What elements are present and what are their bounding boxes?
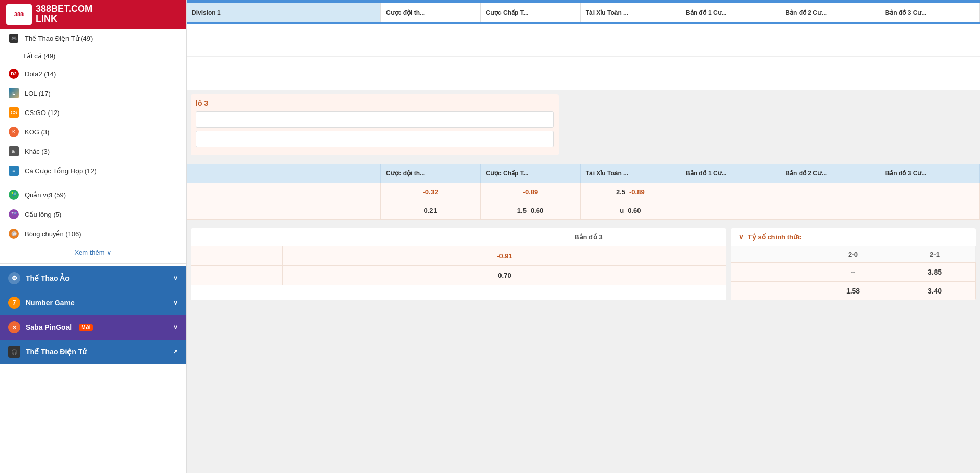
bottom-left-panel: Bản đồ 3 -0.91 0.70 — [191, 228, 726, 300]
game-item-khac[interactable]: ⊞ Khác (3) — [0, 142, 186, 161]
virtual-label: Thế Thao Ảo — [26, 274, 70, 282]
odds-popup-title: lô 3 — [196, 99, 554, 107]
score-grid: 2-0 2-1 -- 3.85 1.58 3.40 — [731, 246, 976, 300]
col-header-bd1: Bản đồ 1 Cư... — [680, 3, 780, 22]
btn-left-virtual: ⚙ Thế Thao Ảo — [8, 272, 70, 284]
chevron-number: ∨ — [173, 299, 178, 306]
saba-icon: ⊙ — [8, 321, 20, 333]
s2-col-1: Cược đội th... — [381, 164, 481, 183]
cuocdoi-val-2: 0.21 — [424, 207, 437, 214]
odds-cuocdoi-2[interactable]: 0.21 — [381, 201, 481, 219]
cuocdoi-val-1: -0.32 — [423, 188, 438, 196]
score-panel: ∨ Tỷ số chính thức 2-0 2-1 -- 3.85 1.58 — [731, 228, 976, 300]
cacuoc-icon: ≡ — [8, 165, 19, 176]
tai-val-2: u — [620, 207, 624, 214]
score-panel-header: ∨ Tỷ số chính thức — [731, 228, 976, 246]
empty-row-1 — [187, 24, 980, 57]
btn-left-saba: ⊙ Saba PinGoal Mới — [8, 321, 93, 333]
saba-pingoal-button[interactable]: ⊙ Saba PinGoal Mới ∨ — [0, 315, 186, 340]
lol-label: LOL (17) — [25, 89, 51, 97]
s2-label-4: Bản đồ 1 Cư... — [686, 170, 727, 177]
col-header-taixiu: Tài Xỉu Toàn ... — [581, 3, 680, 22]
spacer-mid — [187, 160, 980, 164]
tai-val-1: 2.5 — [616, 188, 625, 196]
number-game-button[interactable]: 7 Number Game ∨ — [0, 290, 186, 315]
odds-input-2[interactable] — [196, 131, 554, 147]
logo-line2: LINK — [36, 14, 93, 25]
odds-bd2-2 — [780, 201, 880, 219]
odds-bd3-2 — [880, 201, 980, 219]
odds-taixiu-2[interactable]: u 0.60 — [581, 201, 680, 219]
game-item-kog[interactable]: K KOG (3) — [0, 122, 186, 142]
volleyball-item[interactable]: 🏐 Bóng chuyền (106) — [0, 224, 186, 243]
divider1 — [0, 183, 186, 183]
cacuoc-label: Cá Cược Tổng Hợp (12) — [25, 167, 97, 175]
odds-chap-1[interactable]: -0.89 — [481, 183, 580, 201]
esports-icon: 🎮 — [8, 33, 19, 44]
odds-chap-2[interactable]: 1.5 0.60 — [481, 201, 580, 219]
esport-digital-button[interactable]: 🎧 Thể Thao Điện Tử ↗ — [0, 340, 186, 364]
odds-cuocdoi-1[interactable]: -0.32 — [381, 183, 481, 201]
col-header-bd2: Bản đồ 2 Cư... — [780, 3, 880, 22]
s2-label-5: Bản đồ 2 Cư... — [785, 170, 827, 177]
odds-team-2 — [187, 201, 381, 219]
odds-taixiu-1[interactable]: 2.5 -0.89 — [581, 183, 680, 201]
new-badge: Mới — [79, 324, 93, 331]
all-games-item[interactable]: Tất cả (49) — [0, 48, 186, 64]
chap-val-1: -0.89 — [523, 188, 538, 196]
panel-val-2[interactable]: 0.70 — [283, 266, 726, 285]
badminton-item[interactable]: 🏸 Cầu lông (5) — [0, 205, 186, 224]
score-row1-c1[interactable]: -- — [812, 262, 894, 281]
volleyball-label: Bóng chuyền (106) — [25, 230, 81, 238]
esports-label: Thể Thao Điện Tử (49) — [25, 35, 93, 42]
see-more-button[interactable]: Xem thêm ∨ — [0, 243, 186, 261]
score-row2-c2[interactable]: 3.40 — [894, 281, 976, 300]
panel-val-1[interactable]: -0.91 — [283, 246, 726, 265]
panel-val-2-text: 0.70 — [498, 272, 511, 279]
khac-icon: ⊞ — [8, 146, 19, 157]
score-title: Tỷ số chính thức — [748, 233, 801, 241]
s2-label-3: Tài Xỉu Toàn ... — [586, 170, 628, 177]
game-item-csgo[interactable]: CS CS:GO (12) — [0, 103, 186, 122]
game-item-dota2[interactable]: D2 Dota2 (14) — [0, 64, 186, 83]
tennis-label: Quần vợt (59) — [25, 191, 66, 199]
chevron-icon: ∨ — [739, 233, 744, 241]
volleyball-icon: 🏐 — [8, 228, 19, 239]
chevron-virtual: ∨ — [173, 275, 178, 282]
odds-popup-area: lô 3 — [187, 94, 980, 155]
game-item-cacuoc[interactable]: ≡ Cá Cược Tổng Hợp (12) — [0, 161, 186, 181]
odds-row-1: -0.32 -0.89 2.5 -0.89 — [187, 183, 980, 201]
panel-team-1 — [191, 246, 283, 265]
s2-label-2: Cược Chấp T... — [486, 170, 528, 177]
odds-bd1-1 — [680, 183, 780, 201]
all-games-label: Tất cả (49) — [22, 52, 55, 60]
s2-col-0 — [187, 164, 381, 183]
chevron-saba: ∨ — [173, 324, 178, 331]
s2-label-1: Cược đội th... — [386, 170, 425, 177]
col-label-0: Division 1 — [192, 9, 221, 16]
panel-val-1-text: -0.91 — [497, 252, 512, 260]
score-row2-c1[interactable]: 1.58 — [812, 281, 894, 300]
lol-icon: L — [8, 87, 19, 99]
spacer-bottom — [187, 220, 980, 224]
score-col-20: 2-0 — [812, 246, 894, 262]
score-col-empty — [731, 246, 812, 262]
s2-col-4: Bản đồ 1 Cư... — [680, 164, 780, 183]
esports-header[interactable]: 🎮 Thể Thao Điện Tử (49) — [0, 29, 186, 48]
logo-image: 388 — [6, 4, 32, 25]
score-row1-c2[interactable]: 3.85 — [894, 262, 976, 281]
s2-col-6: Bản đồ 3 Cư... — [880, 164, 980, 183]
odds-row-2: 0.21 1.5 0.60 u 0.60 — [187, 201, 980, 220]
logo-area: 388 388BET.COM LINK — [0, 0, 186, 29]
panel-row-2: 0.70 — [191, 266, 726, 285]
virtual-sports-button[interactable]: ⚙ Thế Thao Ảo ∨ — [0, 266, 186, 290]
game-item-lol[interactable]: L LOL (17) — [0, 83, 186, 103]
dota2-icon: D2 — [8, 68, 19, 79]
esport-label: Thể Thao Điện Tử — [26, 348, 87, 356]
col-header-division: Division 1 — [187, 3, 381, 22]
tennis-item[interactable]: 🎾 Quần vợt (59) — [0, 185, 186, 205]
col-header-cuocdoi: Cược đội th... — [381, 3, 481, 22]
odds-input-1[interactable] — [196, 111, 554, 128]
logo-text: 388BET.COM LINK — [36, 4, 93, 25]
tennis-icon: 🎾 — [8, 189, 19, 200]
